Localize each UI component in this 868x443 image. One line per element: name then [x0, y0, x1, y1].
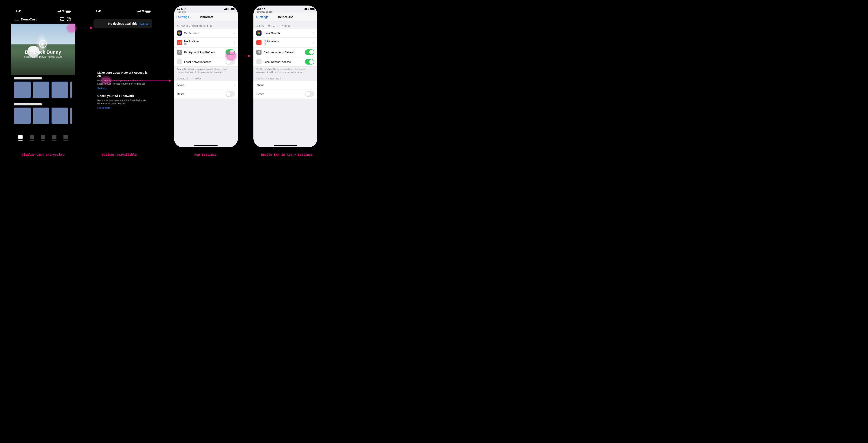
status-icons: [137, 10, 150, 12]
cast-icon[interactable]: [60, 17, 64, 22]
row-siri-search[interactable]: Siri & Search ›: [174, 29, 238, 38]
chevron-right-icon: ›: [313, 41, 314, 44]
learn-more-link[interactable]: Learn more: [97, 106, 110, 109]
content-row-2: [11, 101, 75, 124]
siri-icon: [256, 30, 261, 36]
phone-app-settings-enabled: 11:57 ➤ 􀙇 ◀DemoCast app Settings DemoCas…: [253, 5, 317, 147]
hero-video-card[interactable]: Big Buck Bunny Peach Open Movie Project,…: [11, 24, 75, 75]
profile-icon[interactable]: [66, 17, 71, 22]
group-header-access: Allow DemoCast to Access: [253, 21, 317, 29]
row-bg-refresh[interactable]: ⚙ Background App Refresh: [253, 48, 317, 57]
cast-sheet-header: No devices available Cancel: [93, 19, 152, 28]
cellular-bars-icon: [137, 10, 141, 12]
caption-1: Display Cast entrypoint: [22, 153, 64, 156]
row-label: Notifications Off: [264, 40, 313, 45]
gear-icon: ⚙: [256, 50, 261, 55]
content-tile[interactable]: [14, 82, 31, 98]
row-label: About: [177, 84, 234, 87]
row-local-network-access[interactable]: Local Network Access: [253, 57, 317, 67]
content-tile[interactable]: [52, 107, 68, 124]
row-about[interactable]: About ›: [174, 81, 238, 89]
row-notifications[interactable]: ▢ Notifications Off ›: [253, 38, 317, 48]
tab-item[interactable]: [63, 135, 68, 140]
content-tile[interactable]: [33, 82, 50, 98]
chevron-right-icon: ›: [234, 31, 235, 35]
content-tile[interactable]: [33, 107, 50, 124]
notifications-icon: ▢: [177, 40, 182, 45]
row-notifications[interactable]: ▢ Notifications Off ›: [174, 38, 238, 48]
status-bar: 11:57 ➤ 􀙇: [253, 5, 317, 10]
help-heading-wifi: Check your Wi-Fi network: [97, 94, 148, 98]
row-siri-search[interactable]: Siri & Search ›: [253, 29, 317, 38]
cellular-bars-icon: [304, 8, 307, 10]
chevron-right-icon: ›: [313, 83, 314, 87]
row-reset[interactable]: Reset: [174, 89, 238, 99]
settings-link[interactable]: Settings: [97, 87, 106, 90]
status-icons: 􀙇: [304, 7, 314, 10]
notifications-icon: ▢: [256, 40, 261, 45]
location-icon: ➤: [263, 7, 266, 10]
toggle-bg-refresh[interactable]: [305, 50, 314, 55]
highlight-cast-button: [67, 24, 76, 32]
home-indicator[interactable]: [194, 145, 218, 146]
highlight-lna-toggle: [226, 52, 236, 60]
status-bar: 9:41: [11, 6, 75, 15]
wifi-icon: [142, 10, 145, 12]
svg-point-0: [60, 21, 60, 21]
status-bar: 11:57 ➤ 􀙇: [174, 5, 238, 10]
status-time: 9:41: [96, 9, 101, 13]
back-button[interactable]: Settings: [255, 15, 268, 19]
home-indicator[interactable]: [274, 145, 297, 146]
help-text-wifi: Make sure your device and the Cast devic…: [97, 99, 148, 105]
row-label: Siri & Search: [264, 32, 313, 35]
location-icon: ➤: [184, 7, 187, 10]
blank-app-icon: [177, 59, 182, 64]
cancel-button[interactable]: Cancel: [140, 22, 149, 25]
battery-icon: [230, 8, 235, 10]
phone-democast-app: 9:41 DemoCast Big Buck Bunny Peach Open …: [11, 6, 75, 144]
battery-icon: [146, 10, 150, 12]
back-button[interactable]: Settings: [176, 15, 189, 19]
lna-footer-note: Enabled to allow this app permission to …: [253, 67, 317, 74]
help-heading-lna: Make sure Local Network Access is on: [97, 71, 148, 78]
status-time: 11:57 ➤: [177, 7, 186, 10]
group-header-access: Allow DemoCast to Access: [174, 21, 238, 29]
row-about[interactable]: About ›: [253, 81, 317, 89]
battery-icon: [66, 10, 70, 12]
tab-item[interactable]: [30, 135, 34, 140]
row-reset[interactable]: Reset: [253, 89, 317, 99]
tab-item[interactable]: [41, 135, 45, 140]
siri-icon: [177, 30, 182, 36]
content-tile[interactable]: [14, 107, 31, 124]
toggle-reset[interactable]: [305, 91, 314, 97]
cellular-bars-icon: [58, 10, 61, 12]
hamburger-menu-icon[interactable]: [15, 18, 19, 21]
row-label: Siri & Search: [184, 32, 234, 35]
app-title: DemoCast: [21, 18, 58, 21]
breadcrumb[interactable]: ◀DemoCast app: [253, 10, 317, 13]
row-label: Background App Refresh: [264, 51, 305, 54]
toggle-reset[interactable]: [225, 91, 235, 97]
content-tile[interactable]: [70, 107, 72, 124]
tab-item[interactable]: [18, 135, 23, 140]
nav-bar: Settings DemoCast: [253, 13, 317, 21]
content-tile[interactable]: [70, 82, 72, 98]
toggle-lna[interactable]: [305, 59, 314, 65]
highlight-settings-link: [101, 77, 111, 84]
content-tile[interactable]: [52, 82, 68, 98]
row-label: About: [256, 84, 313, 87]
phone-cast-dialog: 9:41 No devices available Cancel Make su…: [91, 6, 155, 144]
status-icons: [58, 10, 70, 12]
tab-item[interactable]: [52, 135, 56, 140]
chevron-right-icon: ›: [313, 31, 314, 35]
section-label-placeholder: [14, 103, 42, 105]
breadcrumb[interactable]: ◀Search: [174, 10, 238, 13]
row-label: Reset: [256, 92, 305, 96]
flow-arrow-1: [75, 28, 93, 28]
row-label: Reset: [177, 92, 225, 96]
group-header-app: DemoCast Settings: [174, 74, 238, 81]
hero-subtitle: Peach Open Movie Project, 2008: [24, 55, 62, 58]
row-label: Local Network Access: [264, 60, 305, 63]
chevron-right-icon: ›: [234, 83, 235, 87]
play-icon[interactable]: [39, 40, 47, 48]
